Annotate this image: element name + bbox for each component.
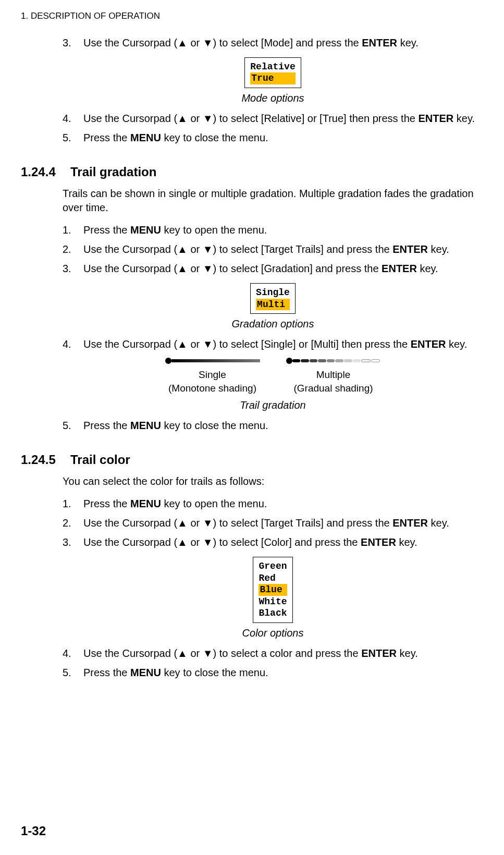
arrow-down-icon bbox=[203, 517, 213, 529]
step-list-2c: 5. Press the MENU key to close the menu. bbox=[63, 419, 483, 433]
step-list-2b: 4. Use the Cursorpad ( or ) to select [S… bbox=[63, 337, 483, 351]
arrow-up-icon bbox=[177, 536, 188, 548]
arrow-down-icon bbox=[203, 113, 213, 124]
figure-caption: Gradation options bbox=[63, 317, 483, 331]
arrow-down-icon bbox=[203, 37, 213, 48]
step: 1. Press the MENU key to open the menu. bbox=[63, 223, 483, 237]
arrow-up-icon bbox=[177, 37, 188, 48]
running-header: 1. DESCRIPTION OF OPERATION bbox=[21, 10, 483, 22]
step-list-1: 3. Use the Cursorpad ( or ) to select [M… bbox=[63, 36, 483, 50]
section-number: 1.24.4 bbox=[21, 164, 70, 180]
arrow-up-icon bbox=[177, 263, 188, 274]
figure-caption: Mode options bbox=[63, 91, 483, 105]
step-text: Use the Cursorpad ( or ) to select [Mode… bbox=[83, 36, 483, 50]
option: Black bbox=[259, 607, 287, 619]
section-number: 1.24.5 bbox=[21, 451, 70, 468]
main-content: 3. Use the Cursorpad ( or ) to select [M… bbox=[63, 36, 483, 680]
option-selected: True bbox=[250, 72, 295, 84]
multi-bar bbox=[292, 359, 381, 362]
single-bar bbox=[171, 359, 260, 362]
step-text: Use the Cursorpad ( or ) to select [Rela… bbox=[83, 112, 483, 126]
step-list-2a: 1. Press the MENU key to open the menu. … bbox=[63, 223, 483, 276]
option-selected: Blue bbox=[259, 584, 287, 596]
page: 1. DESCRIPTION OF OPERATION 3. Use the C… bbox=[0, 0, 504, 855]
option: Relative bbox=[250, 61, 295, 73]
arrow-down-icon bbox=[203, 263, 213, 274]
section-title: Trail color bbox=[70, 451, 130, 468]
dot-icon bbox=[286, 358, 292, 364]
arrow-down-icon bbox=[203, 536, 213, 548]
arrow-down-icon bbox=[203, 243, 213, 255]
diagram-sublabel: (Monotone shading) bbox=[168, 382, 256, 395]
figure-caption: Color options bbox=[63, 626, 483, 640]
step-number: 4. bbox=[63, 112, 83, 126]
arrow-up-icon bbox=[177, 517, 188, 529]
figure-caption: Trail gradation bbox=[63, 398, 483, 412]
step: 3. Use the Cursorpad ( or ) to select [M… bbox=[63, 36, 483, 50]
step: 3. Use the Cursorpad ( or ) to select [G… bbox=[63, 262, 483, 276]
option: Single bbox=[256, 287, 290, 299]
option: Red bbox=[259, 572, 287, 584]
diagram-label: Multiple bbox=[293, 368, 373, 382]
step-list-1b: 4. Use the Cursorpad ( or ) to select [R… bbox=[63, 112, 483, 145]
step: 1. Press the MENU key to open the menu. bbox=[63, 497, 483, 511]
mode-options-figure: Relative True bbox=[244, 57, 301, 88]
gradation-options-figure: Single Multi bbox=[250, 283, 296, 314]
option-selected: Multi bbox=[256, 299, 290, 311]
arrow-down-icon bbox=[203, 338, 213, 350]
arrow-up-icon bbox=[177, 243, 188, 255]
trail-gradation-diagram: Single (Monotone shading) Multiple (Grad… bbox=[63, 357, 483, 395]
option: White bbox=[259, 596, 287, 608]
diagram-label: Single bbox=[168, 368, 256, 382]
section-intro: Trails can be shown in single or multipl… bbox=[63, 187, 483, 215]
step: 5. Press the MENU key to close the menu. bbox=[63, 666, 483, 680]
color-options-figure: Green Red Blue White Black bbox=[253, 557, 292, 623]
arrow-down-icon bbox=[203, 648, 213, 659]
step: 2. Use the Cursorpad ( or ) to select [T… bbox=[63, 242, 483, 256]
step: 5. Press the MENU key to close the menu. bbox=[63, 419, 483, 433]
step: 2. Use the Cursorpad ( or ) to select [T… bbox=[63, 516, 483, 530]
arrow-up-icon bbox=[177, 338, 188, 350]
step-text: Press the MENU key to close the menu. bbox=[83, 131, 483, 145]
arrow-up-icon bbox=[177, 648, 188, 659]
step: 3. Use the Cursorpad ( or ) to select [C… bbox=[63, 535, 483, 549]
section-intro: You can select the color for trails as f… bbox=[63, 474, 483, 488]
single-gradation-group: Single (Monotone shading) bbox=[165, 357, 260, 395]
arrow-up-icon bbox=[177, 113, 188, 124]
step: 4. Use the Cursorpad ( or ) to select a … bbox=[63, 646, 483, 661]
section-heading: 1.24.5 Trail color bbox=[21, 451, 483, 468]
step: 5. Press the MENU key to close the menu. bbox=[63, 131, 483, 145]
step-list-3b: 4. Use the Cursorpad ( or ) to select a … bbox=[63, 646, 483, 680]
step: 4. Use the Cursorpad ( or ) to select [S… bbox=[63, 337, 483, 351]
diagram-sublabel: (Gradual shading) bbox=[293, 382, 373, 395]
section-heading: 1.24.4 Trail gradation bbox=[21, 164, 483, 180]
step-list-3a: 1. Press the MENU key to open the menu. … bbox=[63, 497, 483, 549]
page-number: 1-32 bbox=[21, 823, 46, 839]
step-number: 5. bbox=[63, 131, 83, 145]
dot-icon bbox=[165, 358, 171, 364]
step: 4. Use the Cursorpad ( or ) to select [R… bbox=[63, 112, 483, 126]
multi-gradation-group: Multiple (Gradual shading) bbox=[286, 357, 381, 395]
step-number: 3. bbox=[63, 36, 83, 50]
section-title: Trail gradation bbox=[70, 164, 156, 180]
option: Green bbox=[259, 560, 287, 572]
